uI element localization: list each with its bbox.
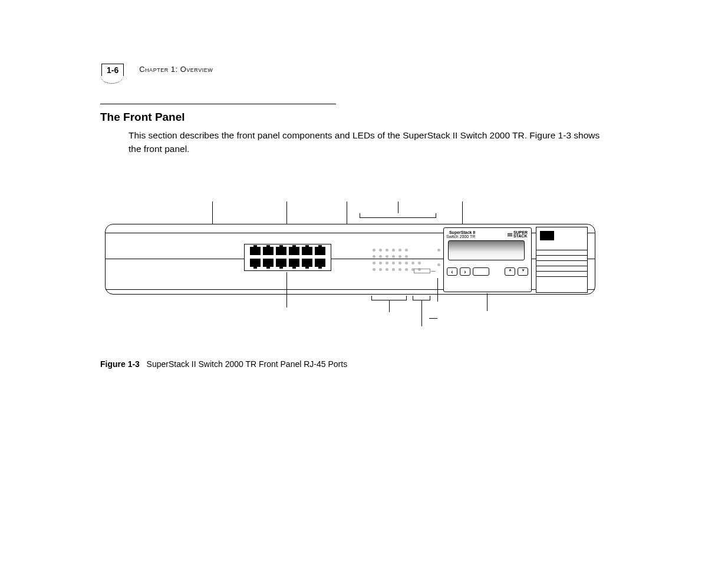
lcd-display (448, 240, 525, 260)
nav-up-button: ˄ (505, 267, 515, 276)
rj45-port (289, 247, 299, 255)
callout-line (212, 201, 213, 224)
rj45-port (315, 247, 325, 255)
card-slot (414, 269, 430, 273)
section-rule (100, 104, 336, 104)
callout-bracket (413, 296, 430, 300)
figure-caption-text: SuperStack II Switch 2000 TR Front Panel… (147, 359, 348, 369)
figure-front-panel: SuperStack II Switch 2000 TR SUPERSTACK … (100, 201, 601, 331)
rj45-port (302, 259, 312, 267)
rj45-port (315, 259, 325, 267)
rj45-port (250, 247, 261, 255)
control-buttons: ‹ › ˄ ˅ (447, 267, 528, 276)
figure-label: Figure 1-3 (100, 359, 140, 369)
rj45-port-cluster (244, 244, 331, 271)
callout-line (398, 201, 398, 213)
rj45-port (250, 259, 261, 267)
product-name-line2: Switch 2000 TR (446, 234, 475, 239)
led-extra (437, 249, 440, 266)
rj45-port (302, 247, 312, 255)
superstack-logo: SUPERSTACK (508, 231, 528, 239)
rj45-port (263, 247, 274, 255)
product-label: SuperStack II Switch 2000 TR SUPERSTACK (444, 230, 530, 239)
page-header: 1-6 Chapter 1: Overview (101, 64, 213, 76)
callout-line (389, 300, 390, 312)
callout-line (429, 318, 437, 319)
nav-left-button: ‹ (447, 267, 457, 276)
page-number: 1-6 (101, 64, 124, 76)
brand-panel (536, 227, 588, 293)
chapter-label: Chapter 1: Overview (139, 65, 213, 74)
nav-down-button: ˅ (518, 267, 528, 276)
rj45-port (276, 259, 286, 267)
section-title: The Front Panel (100, 111, 185, 124)
callout-line (286, 272, 287, 308)
decorative-curve (100, 75, 124, 84)
section-body: This section describes the front panel c… (129, 128, 612, 156)
nav-right-button: › (460, 267, 470, 276)
product-name-line1: SuperStack II (446, 230, 475, 234)
callout-bracket (371, 296, 407, 300)
callout-bracket (360, 213, 436, 218)
led-matrix (373, 249, 435, 271)
callout-line (421, 300, 422, 326)
callout-line (487, 293, 487, 311)
figure-caption: Figure 1-3 SuperStack II Switch 2000 TR … (100, 359, 347, 369)
rj45-port (276, 247, 286, 255)
rj45-port (289, 259, 299, 267)
enter-button (473, 267, 489, 276)
callout-line (437, 278, 438, 302)
rj45-port (263, 259, 274, 267)
